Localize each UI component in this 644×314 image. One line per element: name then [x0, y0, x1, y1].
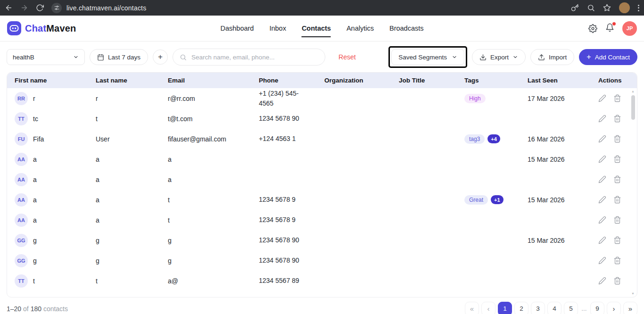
contacts-toolbar: healthB Last 7 days + Reset Saved Segmen…	[0, 41, 644, 72]
back-icon[interactable]	[5, 4, 13, 12]
delete-trash-icon[interactable]	[613, 115, 621, 123]
nav-contacts[interactable]: Contacts	[302, 22, 331, 35]
delete-trash-icon[interactable]	[613, 175, 621, 183]
search-icon	[180, 54, 187, 61]
page-button-4[interactable]: 4	[547, 302, 561, 314]
zoom-icon[interactable]	[587, 4, 595, 12]
email-cell: r@rr.com	[168, 95, 259, 102]
chevron-down-icon	[73, 54, 79, 60]
address-bar[interactable]: live.chatmaven.ai/contacts	[51, 3, 146, 13]
contacts-count: 1–20 of 180 contacts	[7, 305, 68, 313]
forward-icon[interactable]	[20, 4, 28, 12]
saved-segments-button[interactable]: Saved Segments	[391, 49, 464, 65]
delete-trash-icon[interactable]	[613, 135, 621, 143]
browser-menu-icon[interactable]	[638, 5, 639, 11]
tag-count-badge[interactable]: +4	[487, 134, 500, 143]
export-button[interactable]: Export	[472, 49, 526, 65]
email-cell: g	[168, 257, 259, 264]
pagination-first-button[interactable]: «	[465, 302, 479, 314]
password-key-icon[interactable]	[571, 4, 579, 12]
page-button-9[interactable]: 9	[590, 302, 604, 314]
date-range-button[interactable]: Last 7 days	[90, 49, 148, 65]
pagination-prev-button[interactable]: ‹	[481, 302, 495, 314]
edit-pencil-icon[interactable]	[598, 277, 606, 285]
contacts-page: live.chatmaven.ai/contacts ChatMaven Das…	[0, 0, 644, 314]
first-name-cell: t	[33, 277, 35, 285]
bookmark-star-icon[interactable]	[603, 4, 611, 12]
delete-trash-icon[interactable]	[613, 256, 621, 264]
table-row: AA a a t 1234 5678 9	[7, 210, 637, 230]
delete-trash-icon[interactable]	[613, 236, 621, 244]
last-name-cell: r	[96, 95, 168, 102]
refresh-icon[interactable]	[36, 4, 44, 12]
delete-trash-icon[interactable]	[613, 277, 621, 285]
delete-trash-icon[interactable]	[613, 216, 621, 224]
delete-trash-icon[interactable]	[613, 94, 621, 102]
col-email: Email	[168, 77, 259, 84]
table-row: TT tc t t@t.com 1234 5678 90	[7, 108, 637, 129]
scroll-up-icon[interactable]: ▲	[631, 90, 635, 93]
table-row: FU Fifa User fifauser@gmail.com +124 456…	[7, 129, 637, 149]
nav-broadcasts[interactable]: Broadcasts	[389, 22, 424, 35]
contact-avatar: GG	[15, 254, 28, 267]
phone-cell: +124 4563 1	[259, 134, 306, 144]
edit-pencil-icon[interactable]	[598, 115, 606, 123]
pagination-last-button[interactable]: »	[623, 302, 637, 314]
brand-name: ChatMaven	[25, 23, 76, 34]
edit-pencil-icon[interactable]	[598, 256, 606, 264]
pagination-next-button[interactable]: ›	[607, 302, 621, 314]
page-button-2[interactable]: 2	[514, 302, 528, 314]
upload-icon	[538, 54, 545, 61]
chevron-down-icon	[452, 54, 457, 60]
nav-analytics[interactable]: Analytics	[347, 22, 374, 35]
tags-cell: tag3+4	[464, 134, 528, 144]
search-box[interactable]	[173, 49, 325, 66]
email-cell: a	[168, 176, 259, 183]
last-name-cell: a	[96, 196, 168, 204]
first-name-cell: tc	[33, 115, 38, 123]
edit-pencil-icon[interactable]	[598, 175, 606, 183]
edit-pencil-icon[interactable]	[598, 155, 606, 163]
add-filter-button[interactable]: +	[153, 50, 168, 65]
page-button-3[interactable]: 3	[531, 302, 545, 314]
last-name-cell: t	[96, 115, 168, 123]
delete-trash-icon[interactable]	[613, 155, 621, 163]
notifications-button[interactable]	[605, 23, 614, 34]
user-avatar[interactable]: JP	[622, 21, 637, 36]
scroll-down-icon[interactable]: ▼	[631, 292, 635, 296]
contacts-table: First name Last name Email Phone Organiz…	[7, 72, 637, 297]
site-settings-icon[interactable]	[51, 3, 62, 13]
table-scrollbar[interactable]: ▲ ▼	[630, 90, 636, 296]
nav-dashboard[interactable]: Dashboard	[220, 22, 254, 35]
edit-pencil-icon[interactable]	[598, 135, 606, 143]
tags-cell: High	[464, 94, 528, 103]
search-input[interactable]	[191, 54, 318, 61]
segment-select[interactable]: healthB	[7, 49, 85, 65]
nav-inbox[interactable]: Inbox	[269, 22, 286, 35]
page-button-5[interactable]: 5	[564, 302, 578, 314]
edit-pencil-icon[interactable]	[598, 196, 606, 204]
last-seen-cell: 15 Mar 2026	[528, 196, 598, 204]
brand-logo[interactable]: ChatMaven	[7, 21, 76, 35]
scrollbar-thumb[interactable]	[631, 95, 635, 120]
url-text[interactable]: live.chatmaven.ai/contacts	[66, 4, 146, 12]
tag-count-badge[interactable]: +1	[491, 195, 504, 204]
settings-gear-icon[interactable]	[588, 24, 597, 33]
segment-select-value: healthB	[13, 54, 34, 61]
import-label: Import	[549, 54, 567, 61]
contact-avatar: FU	[15, 132, 28, 146]
email-cell: fifauser@gmail.com	[168, 135, 259, 143]
edit-pencil-icon[interactable]	[598, 216, 606, 224]
edit-pencil-icon[interactable]	[598, 94, 606, 102]
add-contact-button[interactable]: + Add Contact	[579, 49, 637, 65]
col-tags: Tags	[464, 77, 528, 84]
import-button[interactable]: Import	[530, 49, 574, 65]
col-job-title: Job Title	[399, 77, 464, 84]
page-button-1[interactable]: 1	[498, 302, 512, 314]
browser-profile-avatar[interactable]	[619, 2, 630, 13]
tag-pill: Great	[464, 195, 488, 205]
table-row: GG g g g 1234 5678 90 15 Mar 2026	[7, 230, 637, 250]
reset-link[interactable]: Reset	[339, 53, 356, 61]
edit-pencil-icon[interactable]	[598, 236, 606, 244]
delete-trash-icon[interactable]	[613, 196, 621, 204]
